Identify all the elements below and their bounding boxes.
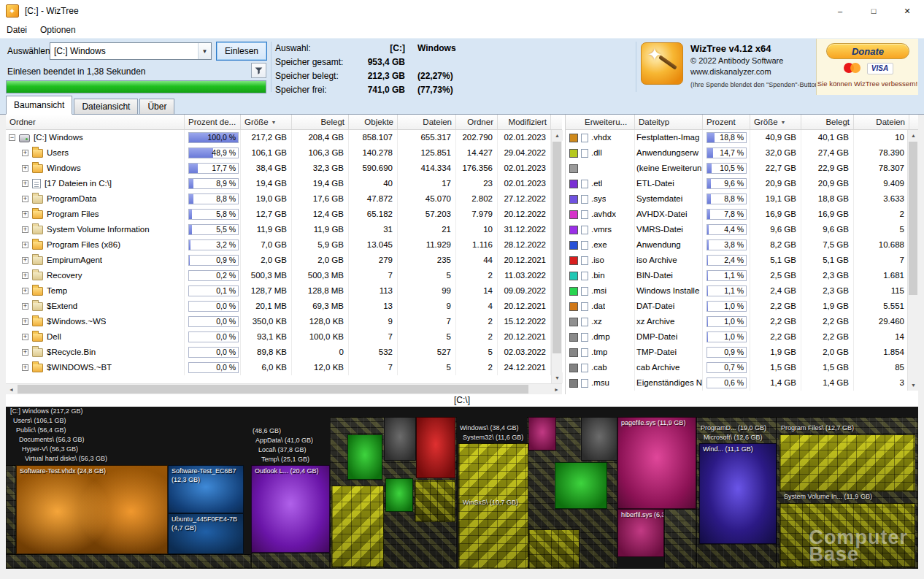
expander-icon[interactable]: + bbox=[22, 180, 28, 187]
tree-table-row[interactable]: + Program Files 5,8 % 12,7 GB 12,4 GB bbox=[6, 207, 562, 222]
file-type-row[interactable]: .dmp DMP-Datei 1,0 % 2,2 GB 2,2 GB 14 bbox=[566, 329, 918, 345]
column-header-erweiterung[interactable]: Erweiteru... bbox=[566, 115, 635, 129]
file-type-row[interactable]: .dll Anwendungserw 14,7 % 32,0 GB 27,4 G… bbox=[566, 145, 918, 161]
tree-table-row[interactable]: + [17 Dateien in C:\] 8,9 % 19,4 GB 19,4… bbox=[6, 176, 562, 191]
treemap-tiles[interactable] bbox=[6, 465, 16, 554]
tree-table-row[interactable]: + $Extend 0,0 % 20,1 MB 69,3 MB 1 bbox=[6, 299, 562, 314]
scrollbar-thumb[interactable] bbox=[909, 142, 917, 295]
tree-table-row[interactable]: + Dell 0,0 % 93,1 KB 100,0 KB 7 bbox=[6, 329, 562, 345]
treemap-tiles[interactable] bbox=[415, 480, 455, 522]
file-type-row[interactable]: .dat DAT-Datei 1,0 % 2,2 GB 1,9 GB 5.551 bbox=[566, 299, 918, 314]
column-header-prozent[interactable]: Prozent de... bbox=[185, 115, 241, 129]
treemap[interactable]: [C:] Windows (217,2 GB) Users\ (106,1 GB… bbox=[6, 407, 918, 569]
file-type-row[interactable]: .cab cab Archive 0,7 % 1,5 GB 1,5 GB 85 bbox=[566, 360, 918, 375]
treemap-block-windows-subfolder[interactable]: Wind... (11,1 GB) bbox=[699, 443, 777, 544]
treemap-block-software-test-vhdx[interactable]: Software-Test.vhdx (24,8 GB) bbox=[16, 465, 168, 554]
combo-dropdown-icon[interactable]: ▼ bbox=[198, 43, 211, 59]
column-header-modifiziert[interactable]: Modifiziert bbox=[498, 115, 551, 129]
column-header-dateien[interactable]: Dateien bbox=[398, 115, 456, 129]
tab[interactable]: Baumansicht bbox=[6, 96, 72, 115]
column-header-groesse[interactable]: Größe▼ bbox=[241, 115, 292, 129]
tree-table-row[interactable]: + $Windows.~WS 0,0 % 350,0 KB 128,0 KB bbox=[6, 314, 562, 329]
tree-table-row[interactable]: + Users 48,9 % 106,1 GB 106,3 GB bbox=[6, 145, 562, 161]
tree-table-row[interactable]: + $WINDOWS.~BT 0,0 % 6,0 KB 12,0 KB bbox=[6, 360, 562, 375]
tree-table-row[interactable]: + Windows 17,7 % 38,4 GB 32,3 GB bbox=[6, 161, 562, 176]
file-type-row[interactable]: .vhdx Festplatten-Imag 18,8 % 40,9 GB 40… bbox=[566, 130, 918, 145]
expander-icon[interactable]: + bbox=[22, 303, 28, 310]
scroll-left-icon[interactable]: ◄ bbox=[6, 384, 17, 395]
close-button[interactable]: ✕ bbox=[890, 0, 924, 22]
expander-icon[interactable]: + bbox=[22, 318, 28, 325]
file-type-row[interactable]: .bin BIN-Datei 1,1 % 2,5 GB 2,3 GB 1.681 bbox=[566, 268, 918, 283]
treemap-block[interactable] bbox=[384, 417, 416, 461]
column-header-belegt[interactable]: Belegt bbox=[292, 115, 349, 129]
tree-table-row[interactable]: + EmpirumAgent 0,9 % 2,0 GB 2,0 GB bbox=[6, 253, 562, 268]
file-type-row[interactable]: .iso iso Archive 2,4 % 5,1 GB 5,1 GB 7 bbox=[566, 253, 918, 268]
treemap-tiles[interactable] bbox=[458, 443, 528, 569]
treemap-block-ubuntu-vhdx[interactable]: Ubuntu_445F0FE4-7B(4,7 GB) bbox=[168, 513, 244, 554]
tab[interactable]: Dateiansicht bbox=[74, 99, 138, 114]
treemap-block-software-test-ec6b7[interactable]: Software-Test_EC6B7(12,3 GB) bbox=[168, 465, 244, 513]
column-header-prozent[interactable]: Prozent bbox=[703, 115, 750, 129]
scroll-up-icon[interactable]: ▲ bbox=[552, 130, 563, 141]
drive-select-combobox[interactable]: [C:] Windows ▼ bbox=[50, 42, 212, 60]
tree-table-row[interactable]: − [C:] Windows 100,0 % 217,2 GB 208,4 GB bbox=[6, 130, 562, 145]
file-type-row[interactable]: .exe Anwendung 3,8 % 8,2 GB 7,5 GB 10.68… bbox=[566, 237, 918, 253]
scroll-right-icon[interactable]: ► bbox=[551, 384, 562, 395]
treemap-block-hiberfil[interactable]: hiberfil.sys (6,3 GB) bbox=[617, 509, 664, 557]
expander-icon[interactable]: − bbox=[9, 134, 15, 141]
tree-table-row[interactable]: + Program Files (x86) 3,2 % 7,0 GB 5,9 G… bbox=[6, 237, 562, 253]
expander-icon[interactable]: + bbox=[22, 165, 28, 172]
tree-table-row[interactable]: + ProgramData 8,8 % 19,0 GB 17,6 GB bbox=[6, 191, 562, 207]
file-type-row[interactable]: .vmrs VMRS-Datei 4,4 % 9,6 GB 9,6 GB 5 bbox=[566, 222, 918, 237]
file-type-row[interactable]: .msu Eigenständiges N 0,6 % 1,4 GB 1,4 G… bbox=[566, 375, 918, 391]
column-header-groesse[interactable]: Größe▼ bbox=[750, 115, 801, 129]
column-header-belegt[interactable]: Belegt bbox=[801, 115, 854, 129]
scroll-down-icon[interactable]: ▼ bbox=[908, 380, 919, 391]
scrollbar-thumb[interactable] bbox=[18, 385, 528, 394]
expander-icon[interactable]: + bbox=[22, 150, 28, 156]
file-type-row[interactable]: .avhdx AVHDX-Datei 7,8 % 16,9 GB 16,9 GB… bbox=[566, 207, 918, 222]
tree-table-row[interactable]: + System Volume Information 5,5 % 11,9 G… bbox=[6, 222, 562, 237]
file-type-row[interactable]: .msi Windows Installe 1,1 % 2,4 GB 2,3 G… bbox=[566, 283, 918, 299]
file-type-row[interactable]: .xz xz Archive 1,0 % 2,2 GB 2,2 GB 29.46… bbox=[566, 314, 918, 329]
expander-icon[interactable]: + bbox=[22, 272, 28, 279]
file-type-row[interactable]: .etl ETL-Datei 9,6 % 20,9 GB 20,9 GB 9.4… bbox=[566, 176, 918, 191]
expander-icon[interactable]: + bbox=[22, 364, 28, 371]
treemap-tiles[interactable] bbox=[528, 529, 580, 569]
column-header-ordner[interactable]: Ordner bbox=[6, 115, 185, 129]
treemap-tiles[interactable] bbox=[331, 486, 384, 567]
treemap-block-pagefile[interactable]: pagefile.sys (11,9 GB) bbox=[617, 417, 696, 509]
column-header-dateien[interactable]: Dateien bbox=[854, 115, 909, 129]
column-header-objekte[interactable]: Objekte bbox=[349, 115, 398, 129]
expander-icon[interactable]: + bbox=[22, 349, 28, 356]
scroll-down-icon[interactable]: ▼ bbox=[552, 372, 563, 383]
tree-table-row[interactable]: + $Recycle.Bin 0,0 % 89,8 KB 0 53 bbox=[6, 345, 562, 360]
tree-vertical-scrollbar[interactable]: ▲ ▼ bbox=[551, 130, 562, 383]
treemap-block[interactable] bbox=[347, 434, 382, 480]
menu-item[interactable]: Datei bbox=[0, 25, 34, 35]
treemap-block[interactable] bbox=[528, 417, 556, 450]
expander-icon[interactable]: + bbox=[22, 242, 28, 248]
expander-icon[interactable]: + bbox=[22, 196, 28, 202]
file-type-row[interactable]: .sys Systemdatei 8,8 % 19,1 GB 18,8 GB 3… bbox=[566, 191, 918, 207]
column-header-dateityp[interactable]: Dateityp bbox=[635, 115, 703, 129]
treemap-tiles[interactable] bbox=[664, 509, 696, 569]
expander-icon[interactable]: + bbox=[22, 288, 28, 294]
donate-button[interactable]: Donate bbox=[826, 43, 909, 59]
treemap-tiles[interactable] bbox=[251, 553, 330, 569]
column-header-ordner2[interactable]: Ordner bbox=[456, 115, 498, 129]
file-type-row[interactable]: .tmp TMP-Datei 0,9 % 1,9 GB 2,0 GB 1.854 bbox=[566, 345, 918, 360]
treemap-block[interactable] bbox=[385, 478, 413, 512]
expander-icon[interactable]: + bbox=[22, 226, 28, 233]
treemap-block[interactable] bbox=[581, 417, 617, 461]
filter-button[interactable] bbox=[251, 63, 266, 78]
tab[interactable]: Über bbox=[139, 99, 174, 114]
minimize-button[interactable]: – bbox=[823, 0, 857, 22]
scroll-up-icon[interactable]: ▲ bbox=[908, 130, 919, 141]
expander-icon[interactable]: + bbox=[22, 211, 28, 218]
ext-vertical-scrollbar[interactable]: ▲ ▼ bbox=[907, 130, 918, 391]
file-type-row[interactable]: (keine Erweiterun 10,5 % 22,7 GB 22,9 GB… bbox=[566, 161, 918, 176]
tree-table-row[interactable]: + Recovery 0,2 % 500,3 MB 500,3 MB bbox=[6, 268, 562, 283]
treemap-block[interactable] bbox=[555, 462, 607, 509]
